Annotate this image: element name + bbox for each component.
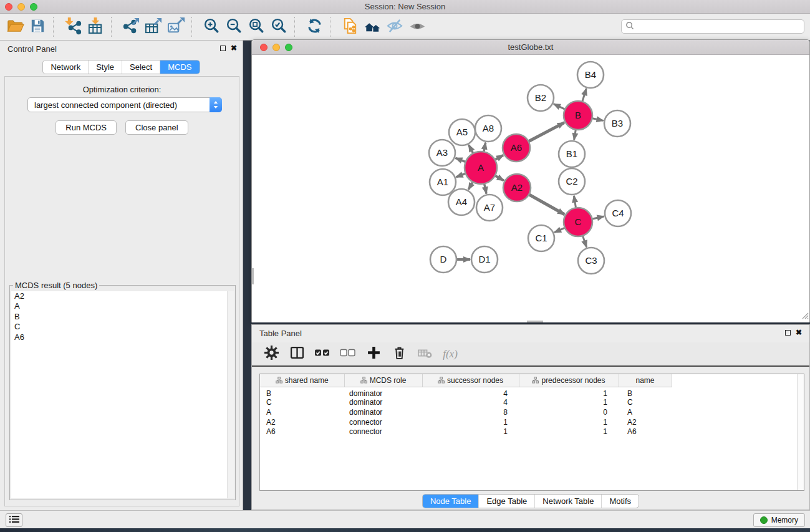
graph-node-B[interactable]: B <box>564 101 592 130</box>
graph-node-B2[interactable]: B2 <box>528 85 554 111</box>
cell-shared-name[interactable]: C <box>260 398 344 408</box>
cell-predecessor-nodes[interactable]: 1 <box>519 398 619 408</box>
graph-node-D[interactable]: D <box>430 246 456 273</box>
mcds-result-scrollbar[interactable] <box>227 291 234 498</box>
add-column-button[interactable] <box>365 347 382 362</box>
zoom-in-button[interactable] <box>200 16 223 37</box>
save-session-button[interactable] <box>26 16 49 37</box>
network-window-titlebar[interactable]: testGlobe.txt <box>252 40 809 55</box>
graph-edge-B-B4[interactable] <box>582 89 586 103</box>
table-row[interactable]: A6connector11A6 <box>260 427 672 437</box>
cell-predecessor-nodes[interactable]: 0 <box>519 407 619 417</box>
cell-mcds-role[interactable]: connector <box>344 417 422 427</box>
cell-mcds-role[interactable]: connector <box>344 427 422 437</box>
cell-name[interactable]: B <box>619 387 672 398</box>
delete-column-button[interactable] <box>391 347 407 362</box>
zoom-fit-button[interactable] <box>245 16 268 37</box>
network-hscroll-thumb[interactable] <box>527 321 543 322</box>
refresh-view-button[interactable] <box>303 16 325 37</box>
graph-node-A1[interactable]: A1 <box>430 169 456 195</box>
graph-node-A5[interactable]: A5 <box>449 119 475 145</box>
graph-node-B3[interactable]: B3 <box>604 110 630 137</box>
graph-edge-B-B2[interactable] <box>554 104 566 110</box>
column-header-shared-name[interactable]: shared name <box>260 374 344 387</box>
import-table-button[interactable] <box>84 16 107 37</box>
tab-mcds[interactable]: MCDS <box>160 60 199 74</box>
tab-network-table[interactable]: Network Table <box>534 495 601 508</box>
close-panel-icon[interactable]: ✖ <box>231 44 237 52</box>
zoom-selected-button[interactable] <box>268 16 290 37</box>
export-network-button[interactable] <box>120 16 142 37</box>
column-header-successor-nodes[interactable]: successor nodes <box>422 374 519 387</box>
tab-motifs[interactable]: Motifs <box>601 495 639 508</box>
graph-node-C[interactable]: C <box>564 208 592 236</box>
network-canvas[interactable]: AA1A2A3A4A5A6A7A8BB1B2B3B4CC1C2C3C4DD1 <box>252 55 809 322</box>
zoom-out-button[interactable] <box>223 16 245 37</box>
resize-grip[interactable] <box>801 311 809 322</box>
cell-shared-name[interactable]: B <box>260 387 344 398</box>
global-search[interactable] <box>621 19 804 34</box>
function-builder-button[interactable]: f(x) <box>442 347 458 362</box>
deselect-all-button[interactable] <box>340 347 356 362</box>
tab-edge-table[interactable]: Edge Table <box>478 495 534 508</box>
close-table-panel-icon[interactable]: ✖ <box>796 328 802 337</box>
graph-node-D1[interactable]: D1 <box>471 246 498 273</box>
cell-shared-name[interactable]: A2 <box>260 417 344 427</box>
cell-name[interactable]: A2 <box>619 417 672 427</box>
cell-name[interactable]: A <box>619 407 672 417</box>
table-row[interactable]: Bdominator41B <box>260 387 672 398</box>
graph-node-A4[interactable]: A4 <box>448 189 475 215</box>
cell-shared-name[interactable]: A <box>260 407 344 417</box>
cell-successor-nodes[interactable]: 4 <box>422 398 519 408</box>
cell-shared-name[interactable]: A6 <box>260 427 344 437</box>
cell-mcds-role[interactable]: dominator <box>344 407 422 417</box>
cell-mcds-role[interactable]: dominator <box>344 387 422 398</box>
table-settings-button[interactable] <box>263 347 279 362</box>
network-graph[interactable]: AA1A2A3A4A5A6A7A8BB1B2B3B4CC1C2C3C4DD1 <box>252 55 809 322</box>
cell-successor-nodes[interactable]: 8 <box>422 407 519 417</box>
graph-node-C4[interactable]: C4 <box>605 200 631 226</box>
graph-node-B1[interactable]: B1 <box>559 141 585 167</box>
select-all-button[interactable] <box>314 347 330 362</box>
close-panel-button[interactable]: Close panel <box>125 120 188 135</box>
cell-successor-nodes[interactable]: 1 <box>422 427 519 437</box>
float-panel-icon[interactable] <box>220 46 226 51</box>
cell-predecessor-nodes[interactable]: 1 <box>519 417 619 427</box>
first-neighbors-button[interactable] <box>361 16 383 37</box>
network-vscroll-thumb[interactable] <box>252 268 254 284</box>
hide-selected-button[interactable] <box>383 16 406 37</box>
cell-successor-nodes[interactable]: 4 <box>422 387 519 398</box>
graph-node-A6[interactable]: A6 <box>503 134 530 162</box>
memory-button[interactable]: Memory <box>753 513 805 527</box>
graph-node-A7[interactable]: A7 <box>476 195 503 221</box>
graph-node-B4[interactable]: B4 <box>577 62 604 88</box>
clone-network-button[interactable] <box>339 16 361 37</box>
graph-node-A8[interactable]: A8 <box>475 115 501 142</box>
cell-successor-nodes[interactable]: 1 <box>422 417 519 427</box>
graph-node-A[interactable]: A <box>465 152 497 184</box>
graph-node-A3[interactable]: A3 <box>429 140 455 166</box>
table-row[interactable]: Adominator80A <box>260 407 672 417</box>
tab-network[interactable]: Network <box>43 60 88 74</box>
import-network-button[interactable] <box>62 16 84 37</box>
show-all-button[interactable] <box>406 16 428 37</box>
graph-edge-A6-B[interactable] <box>528 123 564 142</box>
column-header-predecessor-nodes[interactable]: predecessor nodes <box>519 374 619 387</box>
table-row[interactable]: Cdominator41C <box>260 398 672 408</box>
cell-predecessor-nodes[interactable]: 1 <box>519 427 619 437</box>
open-file-button[interactable] <box>4 16 26 37</box>
split-panel-button[interactable] <box>289 347 305 362</box>
export-table-button[interactable] <box>142 16 165 37</box>
run-mcds-button[interactable]: Run MCDS <box>55 120 117 135</box>
column-header-mcds-role[interactable]: MCDS role <box>344 374 422 387</box>
optimization-criterion-select[interactable]: largest connected component (directed) <box>27 97 222 112</box>
cell-predecessor-nodes[interactable]: 1 <box>519 387 619 398</box>
graph-node-C2[interactable]: C2 <box>559 168 585 195</box>
tab-style[interactable]: Style <box>88 60 122 74</box>
graph-edge-A2-C[interactable] <box>528 194 564 215</box>
table-scrollbar[interactable] <box>797 374 804 490</box>
search-input[interactable] <box>634 21 804 32</box>
graph-node-A2[interactable]: A2 <box>503 174 531 201</box>
tab-select[interactable]: Select <box>122 60 160 74</box>
tab-node-table[interactable]: Node Table <box>423 495 479 508</box>
